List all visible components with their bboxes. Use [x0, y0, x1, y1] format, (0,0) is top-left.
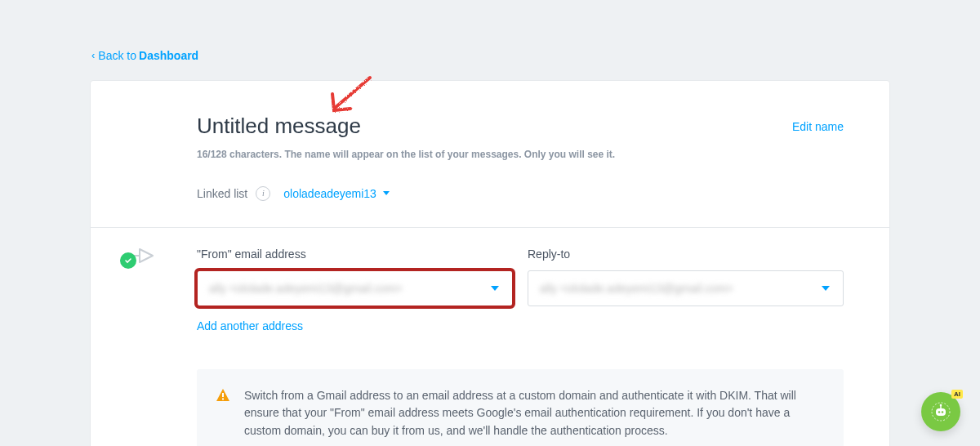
back-prefix: Back to — [98, 49, 136, 62]
replyto-label: Reply-to — [528, 248, 844, 261]
linked-list-label: Linked list — [197, 187, 247, 200]
svg-rect-0 — [222, 393, 224, 397]
linked-list-row: Linked list i ololadeadeyemi13 — [197, 186, 844, 201]
from-field: "From" email address ally <ololade.adeye… — [197, 248, 513, 333]
dkim-warning-notice: Switch from a Gmail address to an email … — [197, 369, 844, 447]
svg-point-7 — [940, 404, 942, 407]
message-setup-card: Untitled message 16/128 characters. The … — [90, 80, 890, 447]
back-to-dashboard-link[interactable]: ‹ Back to Dashboard — [91, 49, 198, 62]
message-title: Untitled message — [197, 114, 844, 139]
from-address-select[interactable]: ally <ololade.adeyemi13@gmail.com> — [197, 270, 513, 306]
back-target: Dashboard — [139, 49, 198, 62]
linked-list-value: ololadeadeyemi13 — [283, 187, 376, 200]
chat-assistant-button[interactable]: AI — [921, 392, 960, 431]
svg-point-5 — [942, 411, 944, 413]
svg-rect-1 — [222, 398, 224, 399]
replyto-select[interactable]: ally <ololade.adeyemi13@gmail.com> — [528, 270, 844, 306]
ai-badge: AI — [951, 390, 963, 399]
svg-point-4 — [938, 411, 941, 413]
step-indicator — [125, 244, 154, 267]
chevron-left-icon: ‹ — [91, 49, 95, 61]
chevron-down-icon — [822, 286, 830, 291]
warning-icon — [215, 387, 231, 409]
edit-name-button[interactable]: Edit name — [792, 120, 844, 133]
card-header-section: Untitled message 16/128 characters. The … — [91, 81, 889, 228]
chevron-down-icon — [491, 286, 499, 291]
from-label: "From" email address — [197, 248, 513, 261]
chat-bot-icon — [930, 401, 951, 422]
chevron-down-icon — [383, 191, 390, 195]
from-address-value: ally <ololade.adeyemi13@gmail.com> — [209, 282, 403, 295]
replyto-field: Reply-to ally <ololade.adeyemi13@gmail.c… — [528, 248, 844, 333]
message-subtitle: 16/128 characters. The name will appear … — [197, 149, 844, 160]
card-body-section: "From" email address ally <ololade.adeye… — [91, 228, 889, 447]
replyto-value: ally <ololade.adeyemi13@gmail.com> — [540, 282, 733, 295]
info-icon[interactable]: i — [256, 186, 270, 201]
check-icon — [120, 252, 136, 269]
linked-list-dropdown[interactable]: ololadeadeyemi13 — [283, 187, 390, 200]
notice-text: Switch from a Gmail address to an email … — [244, 389, 796, 437]
add-another-address-link[interactable]: Add another address — [197, 319, 303, 332]
svg-rect-3 — [936, 408, 946, 416]
